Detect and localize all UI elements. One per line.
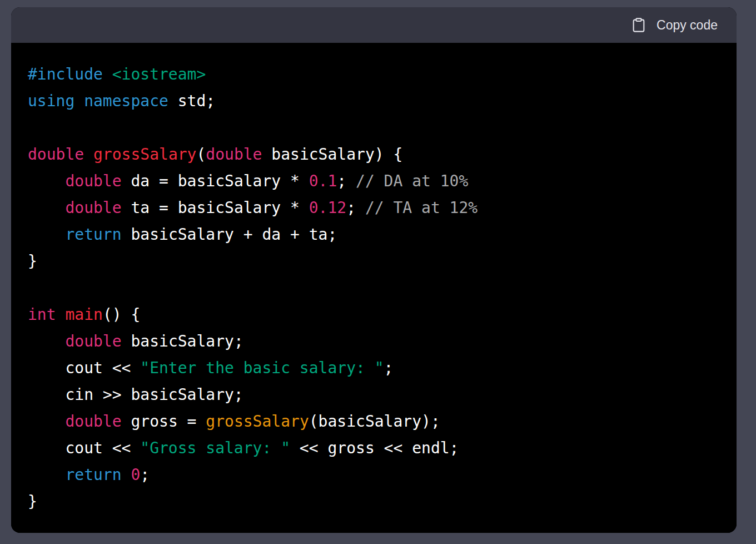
code-token: <iostream> bbox=[112, 65, 206, 83]
code-token: ( bbox=[196, 145, 206, 164]
code-token: cout << bbox=[28, 359, 140, 377]
code-token: using bbox=[28, 92, 74, 110]
code-token: "Gross salary: " bbox=[140, 439, 290, 457]
code-line: cout << "Enter the basic salary: "; bbox=[28, 355, 720, 382]
code-line bbox=[28, 115, 720, 141]
code-token bbox=[28, 332, 65, 350]
code-token bbox=[84, 145, 93, 164]
code-token: grossSalary bbox=[93, 145, 196, 164]
code-token bbox=[103, 65, 112, 83]
code-token: basicSalary; bbox=[122, 332, 243, 350]
code-token bbox=[122, 466, 131, 484]
code-token: return bbox=[65, 466, 121, 484]
code-token: cin >> basicSalary; bbox=[28, 385, 243, 404]
code-token: #include bbox=[28, 65, 103, 83]
code-token: int bbox=[28, 305, 56, 324]
code-token: double bbox=[65, 199, 121, 217]
code-token: return bbox=[65, 225, 121, 244]
code-token bbox=[28, 412, 65, 431]
code-line: using namespace std; bbox=[28, 88, 720, 115]
code-token bbox=[28, 172, 65, 190]
code-token bbox=[28, 466, 65, 484]
code-line bbox=[28, 275, 720, 301]
code-token: double bbox=[65, 412, 121, 431]
code-token: 0.1 bbox=[309, 172, 337, 190]
code-token: namespace bbox=[84, 92, 168, 110]
code-token: double bbox=[65, 172, 121, 190]
code-token: 0.12 bbox=[309, 199, 346, 217]
code-token: // DA at 10% bbox=[356, 172, 468, 190]
code-token: ; bbox=[140, 466, 150, 484]
code-line: return 0; bbox=[28, 462, 720, 488]
copy-code-button[interactable]: Copy code bbox=[631, 17, 718, 33]
code-root: #include <iostream>using namespace std; … bbox=[28, 61, 720, 515]
code-token bbox=[74, 92, 84, 110]
code-line: cin >> basicSalary; bbox=[28, 382, 720, 408]
code-line: int main() { bbox=[28, 301, 720, 328]
code-line: double basicSalary; bbox=[28, 328, 720, 355]
code-token: double bbox=[206, 145, 262, 164]
code-token: double bbox=[28, 145, 84, 164]
code-token: // TA at 12% bbox=[365, 199, 478, 217]
code-token: () { bbox=[103, 305, 140, 324]
code-token: "Enter the basic salary: " bbox=[140, 359, 384, 377]
code-token: ; bbox=[346, 199, 365, 217]
clipboard-icon bbox=[631, 17, 646, 33]
copy-code-label: Copy code bbox=[656, 19, 718, 32]
code-token: basicSalary + da + ta; bbox=[122, 225, 337, 244]
code-line: double gross = grossSalary(basicSalary); bbox=[28, 408, 720, 435]
code-line: double ta = basicSalary * 0.12; // TA at… bbox=[28, 195, 720, 221]
code-line: double da = basicSalary * 0.1; // DA at … bbox=[28, 168, 720, 195]
code-block: Copy code #include <iostream>using names… bbox=[11, 7, 737, 533]
code-line: } bbox=[28, 248, 720, 275]
code-token bbox=[28, 225, 65, 244]
code-token: grossSalary bbox=[206, 412, 309, 431]
code-token: main bbox=[65, 305, 102, 324]
code-token: << gross << endl; bbox=[290, 439, 459, 457]
code-line: return basicSalary + da + ta; bbox=[28, 221, 720, 248]
code-line: cout << "Gross salary: " << gross << end… bbox=[28, 435, 720, 462]
code-line: #include <iostream> bbox=[28, 61, 720, 88]
code-token: } bbox=[28, 492, 37, 511]
code-token: 0 bbox=[131, 466, 140, 484]
code-line: double grossSalary(double basicSalary) { bbox=[28, 141, 720, 168]
code-token: da = basicSalary * bbox=[122, 172, 309, 190]
code-token: } bbox=[28, 252, 37, 270]
code-token: (basicSalary); bbox=[309, 412, 440, 431]
code-token: double bbox=[65, 332, 121, 350]
code-token: cout << bbox=[28, 439, 140, 457]
code-token: basicSalary) { bbox=[262, 145, 402, 164]
code-token: ; bbox=[384, 359, 394, 377]
code-token bbox=[56, 305, 66, 324]
code-token: gross = bbox=[122, 412, 206, 431]
code-token: ta = basicSalary * bbox=[122, 199, 309, 217]
code-block-header: Copy code bbox=[11, 7, 737, 43]
code-token: ; bbox=[337, 172, 356, 190]
code-line: } bbox=[28, 488, 720, 515]
code-token: std; bbox=[168, 92, 215, 110]
code-content: #include <iostream>using namespace std; … bbox=[11, 43, 737, 533]
code-token bbox=[28, 199, 65, 217]
